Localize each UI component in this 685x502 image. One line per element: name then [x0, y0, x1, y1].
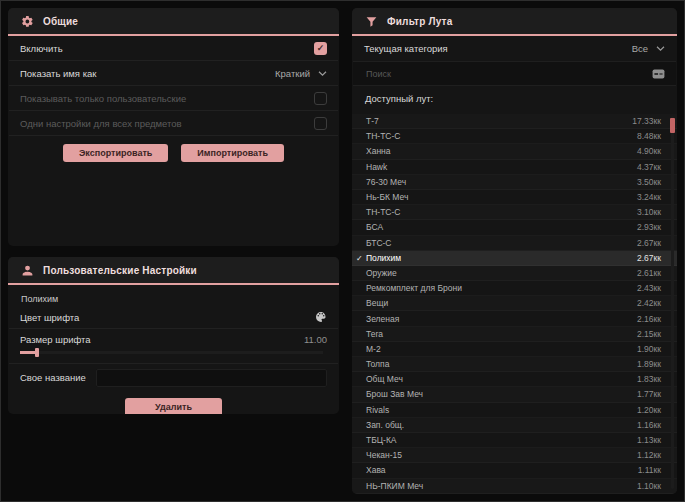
loot-list-item[interactable]: Оружие2.61кк	[352, 266, 677, 281]
loot-list-item[interactable]: Брош Зав Меч1.77кк	[352, 387, 677, 402]
export-button[interactable]: Экспортировать	[63, 144, 168, 162]
category-dropdown[interactable]: Все	[632, 43, 665, 54]
loot-item-name: Rivals	[366, 405, 389, 415]
loot-list: Т-717.33ккТН-ТС-С8.48ккХанна4.90ккHawk4.…	[352, 114, 677, 492]
loot-item-value: 1.16кк	[637, 420, 661, 430]
custom-name-row: Свое название	[9, 364, 338, 391]
loot-item-name: БСА	[366, 222, 383, 232]
enable-label: Включить	[20, 43, 63, 54]
loot-item-value: 1.13кк	[637, 435, 661, 445]
loot-list-item[interactable]: БТС-С2.67кк	[352, 236, 677, 251]
font-size-row: Размер шрифта 11.00	[9, 329, 338, 364]
loot-list-item[interactable]: Тега2.15кк	[352, 327, 677, 342]
loot-list-item[interactable]: Rivals1.20кк	[352, 403, 677, 418]
loot-item-name: Нь-БК Меч	[366, 192, 408, 202]
loot-list-item[interactable]: ✓Полихим2.67кк	[352, 251, 677, 266]
search-input[interactable]	[364, 68, 652, 80]
loot-list-item[interactable]: Hawk4.37кк	[352, 160, 677, 175]
custom-settings-panel: Пользовательские Настройки Полихим Цвет …	[8, 257, 339, 414]
loot-item-value: 1.20кк	[637, 405, 661, 415]
loot-item-name: Брош Зав Меч	[366, 389, 423, 399]
loot-filter-panel: Фильтр Лута Текущая категория Все Доступ…	[352, 8, 677, 494]
search-options-icon[interactable]	[652, 69, 665, 79]
loot-item-name: 76-30 Меч	[366, 177, 406, 187]
scrollbar-track[interactable]	[671, 116, 674, 489]
loot-list-item[interactable]: Ханна4.90кк	[352, 144, 677, 159]
only-custom-checkbox[interactable]	[314, 92, 327, 105]
loot-item-value: 2.67кк	[637, 253, 661, 263]
slider-handle[interactable]	[35, 348, 39, 357]
general-panel: Общие Включить ✓ Показать имя как Кратки…	[8, 8, 339, 246]
loot-item-name: Зеленая	[366, 314, 399, 324]
only-custom-label: Показывать только пользовательские	[20, 93, 186, 104]
loot-list-item[interactable]: Хава1.11кк	[352, 463, 677, 478]
loot-list-item[interactable]: Зап. общ.1.16кк	[352, 418, 677, 433]
general-panel-header: Общие	[8, 8, 339, 36]
loot-item-value: 2.61кк	[637, 268, 661, 278]
same-settings-row: Одни настройки для всех предметов	[9, 111, 338, 136]
palette-icon[interactable]	[315, 311, 327, 325]
gear-icon	[21, 15, 34, 28]
loot-item-value: 1.83кк	[637, 374, 661, 384]
import-button[interactable]: Импортировать	[181, 144, 284, 162]
loot-item-value: 4.37кк	[637, 162, 661, 172]
loot-item-value: 3.10кк	[637, 207, 661, 217]
scrollbar-thumb[interactable]	[670, 118, 675, 133]
loot-list-item[interactable]: Общ Меч1.83кк	[352, 372, 677, 387]
enable-row: Включить ✓	[9, 36, 338, 61]
loot-list-item[interactable]: Зеленая2.16кк	[352, 311, 677, 326]
loot-item-name: Толпа	[366, 359, 389, 369]
loot-list-item[interactable]: ТН-ТС-С8.48кк	[352, 129, 677, 144]
loot-list-item[interactable]: Чекан-151.12кк	[352, 448, 677, 463]
loot-item-name: Полихим	[366, 253, 401, 263]
loot-item-value: 2.93кк	[637, 222, 661, 232]
search-row	[353, 62, 676, 86]
loot-item-value: 1.90кк	[637, 344, 661, 354]
loot-item-name: М-2	[366, 344, 381, 354]
loot-list-item[interactable]: ТБЦ-КА1.13кк	[352, 433, 677, 448]
font-size-slider[interactable]	[20, 348, 327, 357]
loot-item-value: 8.48кк	[637, 131, 661, 141]
mod-settings-screen: Общие Включить ✓ Показать имя как Кратки…	[0, 0, 685, 502]
category-label: Текущая категория	[364, 43, 448, 54]
loot-list-item[interactable]: ТН-ТС-С3.10кк	[352, 205, 677, 220]
show-name-label: Показать имя как	[20, 68, 96, 79]
loot-list-item[interactable]: М-21.90кк	[352, 342, 677, 357]
loot-list-item[interactable]: НЬ-ПКИМ Меч1.10кк	[352, 479, 677, 494]
loot-list-item[interactable]: Нь-БК Меч3.24кк	[352, 190, 677, 205]
loot-item-name: БТС-С	[366, 238, 392, 248]
loot-item-value: 2.15кк	[637, 329, 661, 339]
funnel-icon	[365, 15, 378, 28]
loot-item-name: Hawk	[366, 162, 387, 172]
loot-item-value: 1.12кк	[637, 450, 661, 460]
font-color-label: Цвет шрифта	[20, 312, 79, 323]
font-size-value: 11.00	[304, 334, 327, 345]
loot-item-value: 4.90кк	[637, 146, 661, 156]
loot-item-name: Ханна	[366, 146, 391, 156]
selected-item-name: Полихим	[8, 285, 339, 307]
general-panel-title: Общие	[43, 16, 78, 27]
custom-name-input[interactable]	[96, 369, 327, 387]
loot-item-name: ТН-ТС-С	[366, 207, 400, 217]
selected-check-icon: ✓	[356, 253, 363, 262]
loot-list-item[interactable]: 76-30 Меч3.50кк	[352, 175, 677, 190]
show-name-row: Показать имя как Краткий	[9, 61, 338, 86]
chevron-down-icon	[656, 43, 665, 54]
show-name-dropdown[interactable]: Краткий	[275, 68, 327, 79]
only-custom-row: Показывать только пользовательские	[9, 86, 338, 111]
loot-list-item[interactable]: Т-717.33кк	[352, 114, 677, 129]
loot-item-value: 1.10кк	[637, 481, 661, 491]
same-settings-label: Одни настройки для всех предметов	[20, 118, 182, 129]
loot-list-item[interactable]: Вещи2.42кк	[352, 296, 677, 311]
loot-list-item[interactable]: Ремкомплект для Брони2.43кк	[352, 281, 677, 296]
chevron-down-icon	[318, 68, 327, 79]
same-settings-checkbox[interactable]	[314, 117, 327, 130]
delete-button[interactable]: Удалить	[125, 398, 222, 414]
category-row: Текущая категория Все	[353, 36, 676, 62]
loot-list-item[interactable]: Толпа1.89кк	[352, 357, 677, 372]
delete-row: Удалить	[8, 398, 339, 414]
loot-item-name: Ремкомплект для Брони	[366, 283, 462, 293]
loot-list-item[interactable]: БСА2.93кк	[352, 220, 677, 235]
enable-checkbox[interactable]: ✓	[314, 42, 327, 55]
loot-item-name: Хава	[366, 465, 386, 475]
